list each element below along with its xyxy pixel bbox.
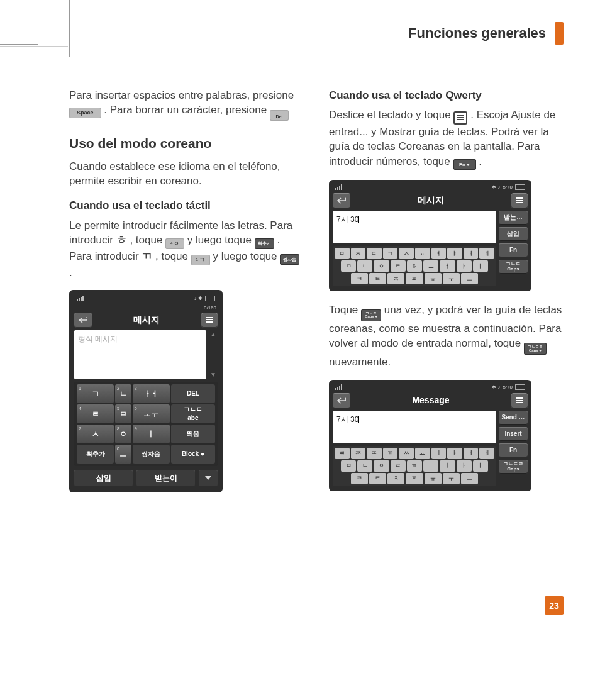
- keypad-key[interactable]: 1ㄱ: [77, 384, 114, 403]
- qwerty-key[interactable]: ㅌ: [369, 473, 386, 484]
- qwerty-key[interactable]: ㅍ: [406, 473, 423, 484]
- qwerty-key[interactable]: ㅏ: [457, 460, 472, 472]
- qwerty-key[interactable]: ㅜ: [443, 473, 460, 484]
- qwerty-key[interactable]: ㅊ: [387, 273, 404, 284]
- qwerty-key[interactable]: ㅅ: [399, 248, 414, 259]
- back-button[interactable]: [74, 313, 92, 328]
- phone-screenshot-qwerty-korean: ✱ ♪ 5/70 메시지 7시 30: [329, 180, 564, 291]
- keypad-key[interactable]: 2ㄴ: [115, 384, 131, 403]
- qwerty-key[interactable]: ㅍ: [406, 273, 423, 284]
- keypad-key[interactable]: 5ㅁ: [115, 404, 131, 423]
- qwerty-key[interactable]: ㅁ: [341, 260, 356, 272]
- text: .: [69, 267, 72, 279]
- side-button[interactable]: Fn: [499, 243, 528, 257]
- text: , toque: [130, 234, 165, 246]
- qwerty-key[interactable]: ㅕ: [431, 248, 447, 259]
- numeric-keypad[interactable]: 1ㄱ2ㄴ3ㅏㅓDEL4ㄹ5ㅁ6ㅗㅜㄱㄴㄷ abc7ㅅ8ㅇ9ㅣ띄움획추가0ㅡ쌍자음…: [74, 382, 218, 466]
- qwerty-key[interactable]: ㅣ: [473, 460, 488, 472]
- side-button[interactable]: ㄱㄴㄷ Caps: [499, 260, 528, 274]
- side-button[interactable]: Insert: [499, 427, 528, 441]
- qwerty-key[interactable]: ㅏ: [457, 260, 472, 272]
- qwerty-key[interactable]: ㄷ: [367, 248, 382, 259]
- recipient-button[interactable]: 받는이: [136, 470, 195, 486]
- qwerty-key[interactable]: ㅓ: [440, 460, 455, 472]
- qwerty-key[interactable]: ㅆ: [399, 448, 414, 459]
- back-button[interactable]: [333, 393, 350, 408]
- korean-glyph: ㅎ: [116, 234, 127, 246]
- keypad-key[interactable]: Block ●: [171, 445, 215, 464]
- qwerty-key[interactable]: ㅃ: [335, 448, 350, 459]
- qwerty-key[interactable]: ㄱ: [383, 248, 398, 259]
- qwerty-key[interactable]: ㅣ: [473, 260, 488, 272]
- menu-button[interactable]: [511, 193, 528, 208]
- typed-text: 7시 30: [336, 215, 358, 224]
- side-button[interactable]: 삽입: [499, 227, 528, 241]
- qwerty-key[interactable]: ㅎ: [407, 460, 422, 472]
- qwerty-key[interactable]: ㅔ: [479, 248, 494, 259]
- paragraph: Para insertar espacios entre palabras, p…: [69, 88, 304, 121]
- keypad-key[interactable]: 3ㅏㅓ: [133, 384, 170, 403]
- keypad-key[interactable]: 9ㅣ: [133, 425, 170, 443]
- message-input[interactable]: 7시 30: [333, 211, 496, 243]
- keypad-key[interactable]: 띄움: [171, 425, 215, 443]
- keypad-key[interactable]: 획추가: [77, 445, 114, 464]
- message-input[interactable]: 7시 30: [333, 411, 496, 443]
- qwerty-key[interactable]: ㄲ: [383, 448, 398, 459]
- qwerty-key[interactable]: ㅎ: [407, 260, 422, 272]
- qwerty-key[interactable]: ㅒ: [464, 448, 479, 459]
- qwerty-key[interactable]: ㅠ: [425, 473, 442, 484]
- qwerty-key[interactable]: ㅗ: [423, 260, 438, 272]
- qwerty-key[interactable]: ㅗ: [423, 460, 438, 472]
- side-button[interactable]: Send …: [499, 411, 528, 425]
- qwerty-key[interactable]: ㅇ: [374, 460, 389, 472]
- message-input[interactable]: 형식 메시지: [74, 330, 206, 379]
- insert-button[interactable]: 삽입: [74, 470, 133, 486]
- qwerty-key[interactable]: ㅜ: [443, 273, 460, 284]
- qwerty-key[interactable]: ㅋ: [351, 273, 368, 284]
- keypad-key[interactable]: 6ㅗㅜ: [133, 404, 170, 423]
- qwerty-keyboard[interactable]: ㅃㅉㄸㄲㅆㅛㅕㅑㅒㅖㅁㄴㅇㄹㅎㅗㅓㅏㅣㅋㅌㅊㅍㅠㅜㅡ: [333, 446, 496, 486]
- qwerty-key[interactable]: ㅁ: [341, 460, 356, 472]
- back-button[interactable]: [333, 193, 350, 208]
- menu-button[interactable]: [201, 313, 218, 328]
- keypad-key[interactable]: DEL: [171, 384, 215, 403]
- qwerty-key[interactable]: ㅑ: [447, 448, 462, 459]
- text: Toque: [329, 304, 361, 316]
- menu-button[interactable]: [511, 393, 528, 408]
- qwerty-key[interactable]: ㄴ: [357, 460, 372, 472]
- qwerty-key[interactable]: ㅛ: [415, 448, 430, 459]
- side-button[interactable]: ㄱㄴㄷㄹ Caps: [499, 460, 528, 474]
- keypad-key[interactable]: 4ㄹ: [77, 404, 114, 423]
- keypad-key[interactable]: 7ㅅ: [77, 425, 114, 443]
- dropdown-button[interactable]: [199, 470, 218, 486]
- qwerty-key[interactable]: ㅛ: [415, 248, 430, 259]
- qwerty-key[interactable]: ㅊ: [387, 473, 404, 484]
- qwerty-key[interactable]: ㅠ: [425, 273, 442, 284]
- qwerty-key[interactable]: ㅖ: [479, 448, 494, 459]
- qwerty-key[interactable]: ㅓ: [440, 260, 455, 272]
- qwerty-key[interactable]: ㅐ: [464, 248, 479, 259]
- qwerty-key[interactable]: ㅡ: [461, 273, 478, 284]
- qwerty-key[interactable]: ㄹ: [391, 260, 406, 272]
- qwerty-key[interactable]: ㅈ: [351, 248, 366, 259]
- qwerty-key[interactable]: ㅇ: [374, 260, 389, 272]
- qwerty-key[interactable]: ㅌ: [369, 273, 386, 284]
- keypad-key[interactable]: 8ㅇ: [115, 425, 131, 443]
- qwerty-key[interactable]: ㅑ: [447, 248, 462, 259]
- status-bar: ✱ ♪ 5/70: [333, 184, 528, 193]
- text: .: [479, 155, 482, 167]
- qwerty-key[interactable]: ㅋ: [351, 473, 368, 484]
- qwerty-key[interactable]: ㄸ: [367, 448, 382, 459]
- qwerty-key[interactable]: ㅡ: [461, 473, 478, 484]
- qwerty-keyboard[interactable]: ㅂㅈㄷㄱㅅㅛㅕㅑㅐㅔㅁㄴㅇㄹㅎㅗㅓㅏㅣㅋㅌㅊㅍㅠㅜㅡ: [333, 246, 496, 286]
- side-button[interactable]: Fn: [499, 443, 528, 457]
- qwerty-key[interactable]: ㄴ: [357, 260, 372, 272]
- keypad-key[interactable]: 쌍자음: [133, 445, 170, 464]
- keypad-key[interactable]: 0ㅡ: [115, 445, 131, 464]
- qwerty-key[interactable]: ㅉ: [351, 448, 366, 459]
- qwerty-key[interactable]: ㅕ: [431, 448, 447, 459]
- qwerty-key[interactable]: ㄹ: [391, 460, 406, 472]
- qwerty-key[interactable]: ㅂ: [335, 248, 350, 259]
- side-button[interactable]: 받는…: [499, 211, 528, 225]
- keypad-key[interactable]: ㄱㄴㄷ abc: [171, 404, 215, 423]
